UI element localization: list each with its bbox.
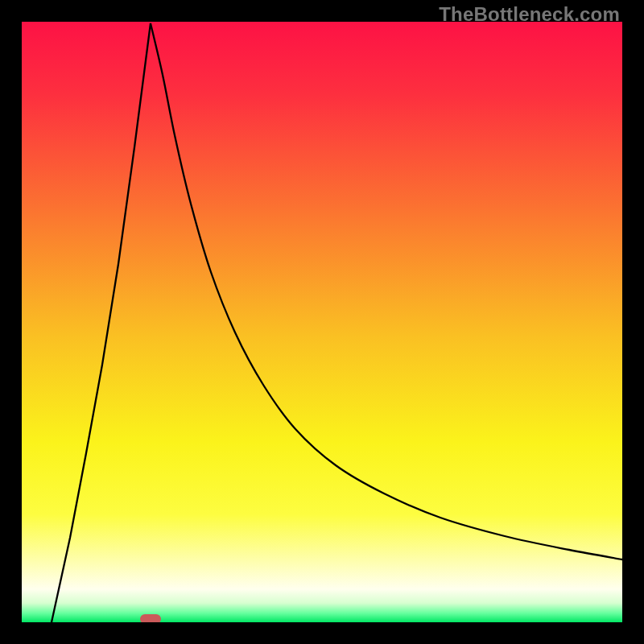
plot-area xyxy=(22,22,622,622)
chart-frame: TheBottleneck.com xyxy=(0,0,644,644)
optimum-marker xyxy=(140,614,161,622)
bottleneck-curve xyxy=(22,22,622,622)
